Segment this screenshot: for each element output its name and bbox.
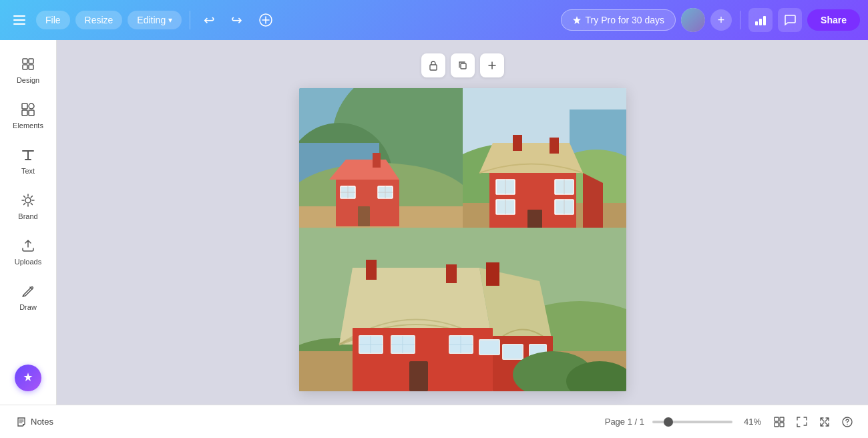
view-controls [769, 412, 857, 432]
sidebar-item-draw[interactable]: Draw [4, 275, 52, 318]
fullscreen-icon [819, 416, 831, 428]
svg-point-10 [29, 103, 34, 109]
bottom-bar: Notes Page 1 / 1 41% [0, 405, 868, 438]
sidebar-uploads-label: Uploads [15, 258, 41, 266]
brand-icon [19, 191, 37, 210]
page-info: Page 1 / 1 [605, 417, 644, 427]
zoom-percent: 41% [738, 417, 761, 427]
svg-rect-59 [366, 260, 377, 280]
main-toolbar: File Resize Editing ▾ ↩ ↪ Try Pro for 30… [0, 0, 868, 40]
svg-rect-2 [755, 21, 758, 25]
design-canvas [299, 88, 626, 391]
editing-chevron-icon: ▾ [168, 15, 172, 25]
file-label: File [45, 15, 61, 25]
help-button[interactable] [837, 412, 857, 432]
sidebar-item-brand[interactable]: Brand [4, 184, 52, 227]
share-label: Share [821, 15, 847, 25]
toolbar-divider-2 [740, 11, 740, 29]
sidebar-item-elements[interactable]: Elements [4, 93, 52, 136]
lock-button[interactable] [421, 53, 445, 77]
svg-rect-60 [446, 264, 457, 283]
add-page-icon [487, 60, 497, 71]
analytics-icon [754, 13, 767, 27]
comments-button[interactable] [778, 8, 802, 32]
resize-button[interactable]: Resize [75, 11, 123, 29]
svg-rect-77 [775, 417, 779, 421]
svg-rect-9 [22, 103, 27, 109]
redo-button[interactable]: ↪ [226, 8, 248, 32]
editing-dropdown[interactable]: Editing ▾ [128, 11, 182, 29]
notes-label: Notes [31, 417, 53, 427]
grid-view-button[interactable] [769, 412, 789, 432]
house-svg-3 [299, 228, 626, 391]
star-icon [572, 15, 582, 25]
user-avatar[interactable] [681, 8, 705, 32]
comment-icon [783, 13, 797, 27]
svg-rect-79 [775, 423, 779, 427]
sparkle-icon [21, 371, 35, 385]
sidebar-draw-label: Draw [19, 303, 37, 311]
resize-label: Resize [85, 15, 114, 25]
zoom-control: 41% [652, 417, 761, 427]
ai-magic-button[interactable] [15, 365, 41, 391]
canvas-top-row [299, 88, 626, 228]
svg-rect-66 [479, 340, 499, 355]
undo-button[interactable]: ↩ [198, 8, 220, 32]
left-sidebar: Design Elements Text [0, 40, 57, 405]
svg-point-82 [847, 424, 847, 425]
avatar-image [681, 8, 705, 32]
canvas-image-top-right[interactable] [463, 88, 626, 228]
add-page-button[interactable] [480, 53, 504, 77]
house-svg-2 [463, 88, 626, 228]
zoom-slider[interactable] [652, 421, 732, 423]
svg-rect-12 [29, 110, 34, 116]
analytics-button[interactable] [748, 8, 773, 32]
svg-rect-62 [409, 361, 428, 391]
svg-rect-67 [503, 345, 523, 359]
svg-rect-5 [23, 59, 27, 63]
try-pro-button[interactable]: Try Pro for 30 days [561, 9, 676, 31]
svg-rect-24 [373, 153, 381, 168]
sidebar-item-text[interactable]: Text [4, 139, 52, 182]
undo-icon: ↩ [204, 12, 215, 28]
svg-rect-42 [527, 210, 542, 228]
redo-icon: ↪ [231, 12, 242, 28]
sidebar-item-uploads[interactable]: Uploads [4, 230, 52, 272]
fullscreen-button[interactable] [815, 412, 835, 432]
editing-label: Editing [137, 15, 166, 25]
sidebar-elements-label: Elements [13, 122, 43, 130]
notes-button[interactable]: Notes [11, 414, 59, 430]
text-icon [19, 146, 37, 164]
svg-rect-41 [550, 138, 559, 154]
expand-view-button[interactable] [792, 412, 812, 432]
svg-rect-80 [780, 423, 784, 427]
svg-rect-25 [358, 206, 370, 226]
duplicate-icon [457, 60, 468, 71]
svg-rect-6 [23, 65, 27, 69]
help-icon [841, 416, 853, 428]
svg-rect-7 [29, 59, 33, 63]
notes-icon [16, 417, 27, 427]
file-button[interactable]: File [36, 11, 70, 29]
share-button[interactable]: Share [807, 9, 860, 31]
sidebar-item-design[interactable]: Design [4, 48, 52, 91]
add-collaborator-button[interactable]: + [710, 9, 732, 31]
try-pro-label: Try Pro for 30 days [586, 15, 665, 25]
svg-rect-61 [486, 262, 499, 286]
magic-button[interactable] [253, 9, 278, 31]
draw-icon [19, 282, 37, 300]
canvas-image-bottom[interactable] [299, 228, 626, 391]
svg-rect-15 [461, 63, 466, 69]
hamburger-menu[interactable] [8, 10, 31, 30]
canvas-image-top-left[interactable] [299, 88, 463, 228]
duplicate-button[interactable] [451, 53, 475, 77]
svg-marker-1 [573, 16, 581, 24]
svg-rect-3 [759, 19, 762, 25]
add-icon: + [718, 13, 725, 27]
sidebar-brand-label: Brand [18, 212, 37, 220]
uploads-icon [19, 236, 37, 255]
elements-icon [19, 100, 37, 119]
design-icon [19, 55, 37, 73]
grid-icon [773, 416, 785, 428]
hamburger-line-2 [13, 19, 25, 21]
